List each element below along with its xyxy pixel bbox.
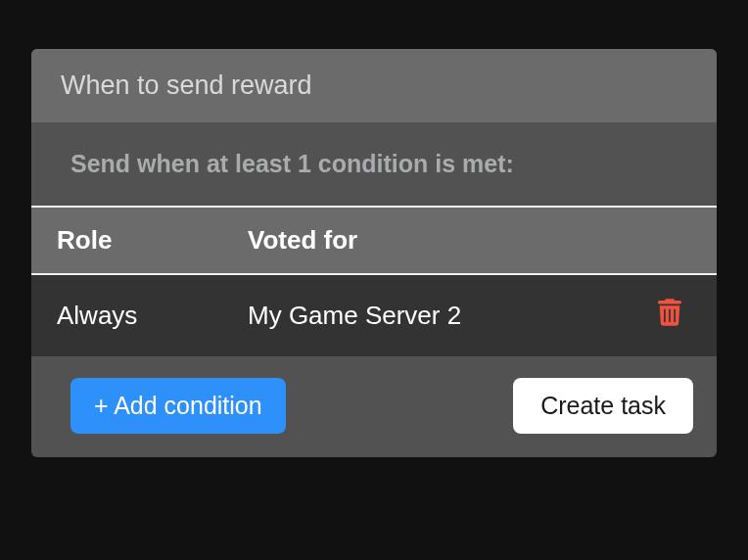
conditions-table: Role Voted for Always My Game Server 2: [31, 206, 717, 356]
card-header: When to send reward: [31, 49, 717, 122]
table-row: Always My Game Server 2: [31, 275, 717, 356]
column-header-role: Role: [57, 225, 248, 256]
column-header-voted: Voted for: [248, 225, 691, 256]
card-subtitle-text: Send when at least 1 condition is met:: [70, 150, 687, 178]
trash-icon[interactable]: [658, 299, 681, 326]
reward-conditions-card: When to send reward Send when at least 1…: [31, 49, 717, 457]
cell-role: Always: [57, 301, 248, 331]
card-footer: + Add condition Create task: [31, 356, 717, 457]
add-condition-button[interactable]: + Add condition: [70, 378, 286, 434]
cell-voted: My Game Server 2: [248, 301, 658, 331]
table-header-row: Role Voted for: [31, 206, 717, 275]
create-task-button[interactable]: Create task: [513, 378, 693, 434]
cell-action: [658, 299, 691, 333]
card-subtitle: Send when at least 1 condition is met:: [31, 122, 717, 206]
card-title: When to send reward: [61, 70, 687, 101]
